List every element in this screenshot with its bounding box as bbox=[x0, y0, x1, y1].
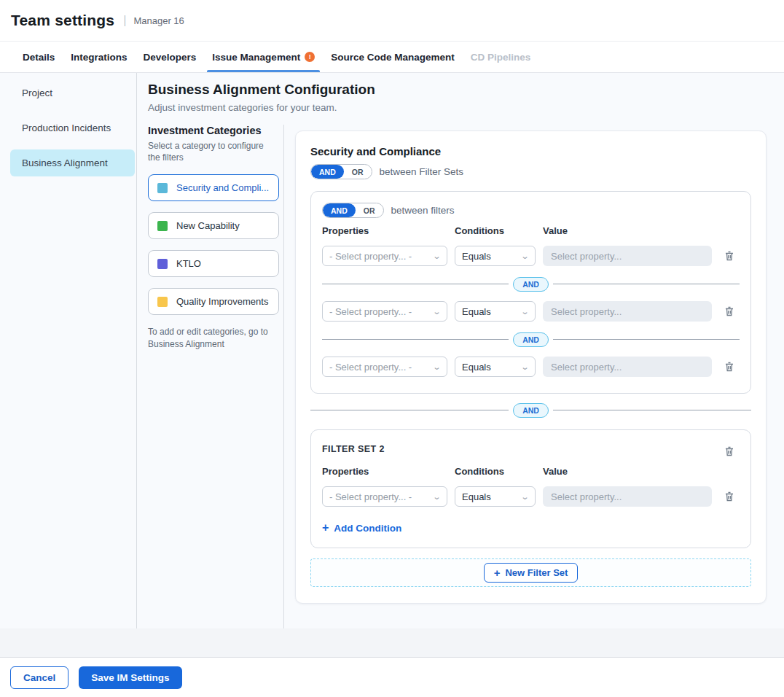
condition-select[interactable]: Equals ⌄ bbox=[455, 246, 536, 266]
manager-label: Manager 16 bbox=[133, 15, 184, 26]
condition-row: - Select property... - ⌄ Equals ⌄ bbox=[322, 246, 740, 266]
filters-wrap: Security and Compliance AND OR between F… bbox=[284, 125, 784, 628]
section-title: Business Alignment Configuration bbox=[148, 82, 784, 98]
content-area: Project Production Incidents Business Al… bbox=[0, 73, 784, 628]
delete-condition-button[interactable] bbox=[719, 357, 740, 377]
delete-condition-button[interactable] bbox=[719, 301, 740, 322]
page-title: Team settings bbox=[11, 12, 114, 29]
app-header: Team settings | Manager 16 bbox=[0, 0, 784, 42]
category-color-swatch bbox=[157, 297, 168, 307]
new-filter-set-dropzone: + New Filter Set bbox=[310, 558, 751, 587]
title-divider: | bbox=[123, 14, 126, 27]
sidebar-item-project[interactable]: Project bbox=[0, 79, 135, 106]
condition-select[interactable]: Equals ⌄ bbox=[455, 357, 536, 377]
page-head: Business Alignment Configuration Adjust … bbox=[137, 82, 784, 113]
conditions-column-header: Conditions bbox=[455, 225, 536, 236]
filter-sets-andor-toggle[interactable]: AND OR bbox=[310, 164, 372, 179]
and-option[interactable]: AND bbox=[323, 203, 356, 217]
cancel-button[interactable]: Cancel bbox=[10, 666, 68, 689]
and-option[interactable]: AND bbox=[311, 165, 344, 179]
tab-source-code-management[interactable]: Source Code Management bbox=[323, 42, 463, 72]
property-select[interactable]: - Select property... - ⌄ bbox=[322, 357, 447, 377]
tab-details[interactable]: Details bbox=[15, 42, 63, 72]
condition-row: - Select property... - ⌄ Equals ⌄ bbox=[322, 486, 740, 507]
condition-select[interactable]: Equals ⌄ bbox=[455, 486, 536, 507]
category-security-and-compliance[interactable]: Security and Compli... bbox=[148, 174, 279, 201]
chevron-down-icon: ⌄ bbox=[432, 252, 441, 261]
plus-icon: + bbox=[494, 566, 501, 579]
section-subtitle: Adjust investment categories for your te… bbox=[148, 102, 784, 113]
conditions-column-header: Conditions bbox=[455, 466, 536, 477]
trash-icon bbox=[724, 305, 735, 317]
filter-set-2-title: FILTER SET 2 bbox=[322, 441, 385, 454]
value-input[interactable] bbox=[543, 246, 712, 266]
category-quality-improvements[interactable]: Quality Improvements bbox=[148, 288, 279, 315]
chevron-down-icon: ⌄ bbox=[520, 307, 529, 316]
property-select[interactable]: - Select property... - ⌄ bbox=[322, 301, 447, 322]
selected-category-title: Security and Compliance bbox=[310, 145, 751, 157]
condition-select[interactable]: Equals ⌄ bbox=[455, 301, 536, 322]
trash-icon bbox=[724, 250, 735, 262]
investment-categories-panel: Investment Categories Select a category … bbox=[137, 125, 284, 628]
sidebar-item-production-incidents[interactable]: Production Incidents bbox=[0, 114, 135, 141]
properties-column-header: Properties bbox=[322, 225, 447, 236]
tab-integrations[interactable]: Integrations bbox=[63, 42, 135, 72]
filter-set-1: AND OR between filters Properties Condit… bbox=[310, 191, 751, 394]
value-input[interactable] bbox=[543, 357, 712, 377]
add-condition-button[interactable]: + Add Condition bbox=[322, 521, 401, 534]
plus-icon: + bbox=[322, 521, 329, 534]
chevron-down-icon: ⌄ bbox=[432, 362, 441, 372]
new-filter-set-button[interactable]: + New Filter Set bbox=[484, 563, 579, 583]
tab-developers[interactable]: Developers bbox=[136, 42, 205, 72]
condition-row: - Select property... - ⌄ Equals ⌄ bbox=[322, 301, 740, 322]
content-bottom-strip bbox=[0, 628, 784, 657]
condition-row: - Select property... - ⌄ Equals ⌄ bbox=[322, 357, 740, 377]
chevron-down-icon: ⌄ bbox=[520, 252, 529, 261]
value-input[interactable] bbox=[543, 486, 712, 507]
trash-icon bbox=[724, 445, 735, 457]
sidebar-item-business-alignment[interactable]: Business Alignment bbox=[10, 149, 135, 176]
category-color-swatch bbox=[157, 183, 168, 193]
delete-condition-button[interactable] bbox=[719, 246, 740, 266]
chevron-down-icon: ⌄ bbox=[520, 492, 529, 502]
main-area: Business Alignment Configuration Adjust … bbox=[137, 73, 784, 628]
between-filter-sets-label: between Filter Sets bbox=[380, 166, 464, 177]
category-color-swatch bbox=[157, 259, 168, 269]
categories-title: Investment Categories bbox=[148, 125, 273, 136]
chevron-down-icon: ⌄ bbox=[520, 362, 529, 372]
category-ktlo[interactable]: KTLO bbox=[148, 250, 279, 277]
trash-icon bbox=[724, 491, 735, 502]
properties-column-header: Properties bbox=[322, 466, 447, 477]
delete-filter-set-button[interactable] bbox=[719, 441, 740, 462]
or-option[interactable]: OR bbox=[356, 203, 383, 217]
between-filters-label: between filters bbox=[391, 205, 455, 216]
property-select[interactable]: - Select property... - ⌄ bbox=[322, 486, 447, 507]
filter-set-2: FILTER SET 2 Properties Conditions Value bbox=[310, 429, 751, 548]
tab-issue-management[interactable]: Issue Management ! bbox=[204, 42, 323, 72]
property-select[interactable]: - Select property... - ⌄ bbox=[322, 246, 447, 266]
chevron-down-icon: ⌄ bbox=[432, 307, 441, 316]
value-input[interactable] bbox=[543, 301, 712, 322]
tab-cd-pipelines: CD Pipelines bbox=[463, 42, 539, 72]
trash-icon bbox=[724, 361, 735, 373]
tab-bar: Details Integrations Developers Issue Ma… bbox=[0, 42, 784, 73]
filters-andor-toggle[interactable]: AND OR bbox=[322, 203, 384, 218]
warning-badge-icon: ! bbox=[305, 52, 315, 62]
and-connector: AND bbox=[322, 332, 740, 347]
category-new-capability[interactable]: New Capability bbox=[148, 212, 279, 239]
categories-subtitle: Select a category to configure the filte… bbox=[148, 140, 264, 163]
or-option[interactable]: OR bbox=[344, 165, 372, 179]
category-config-panel: Security and Compliance AND OR between F… bbox=[295, 131, 767, 604]
footer-action-bar: Cancel Save IM Settings bbox=[0, 657, 784, 697]
and-connector: AND bbox=[322, 276, 740, 292]
category-color-swatch bbox=[157, 221, 168, 231]
value-column-header: Value bbox=[543, 466, 712, 477]
value-column-header: Value bbox=[543, 225, 712, 236]
and-connector-between-sets: AND bbox=[310, 402, 751, 418]
save-im-settings-button[interactable]: Save IM Settings bbox=[79, 666, 181, 689]
categories-footnote: To add or edit categories, go to Busines… bbox=[148, 326, 273, 351]
chevron-down-icon: ⌄ bbox=[432, 492, 441, 502]
delete-condition-button[interactable] bbox=[719, 486, 740, 507]
settings-sidebar: Project Production Incidents Business Al… bbox=[0, 73, 137, 628]
